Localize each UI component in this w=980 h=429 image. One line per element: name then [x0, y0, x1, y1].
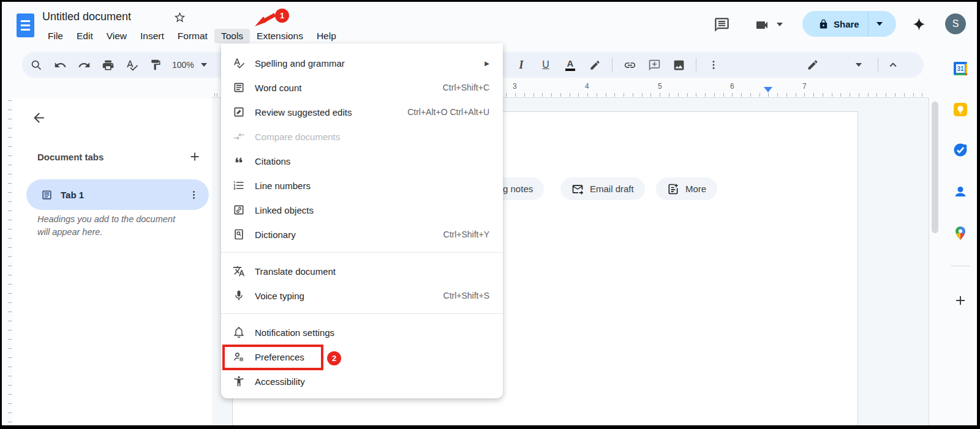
search-menus-icon[interactable]	[29, 58, 43, 72]
review-edits-icon	[232, 106, 246, 118]
underline-icon[interactable]: U	[538, 58, 553, 72]
google-keep-icon[interactable]	[952, 102, 968, 118]
bell-icon	[232, 326, 246, 338]
indent-marker-icon[interactable]	[764, 87, 772, 92]
google-tasks-icon[interactable]	[952, 142, 968, 158]
insert-link-icon[interactable]	[622, 58, 637, 72]
editing-mode-pencil-icon[interactable]	[805, 58, 820, 72]
menu-shortcut: Ctrl+Shift+Y	[443, 229, 489, 239]
zoom-value[interactable]: 100%	[172, 60, 194, 70]
comment-history-icon[interactable]	[714, 17, 730, 33]
menu-format[interactable]: Format	[171, 29, 214, 43]
menu-item-accessibility[interactable]: Accessibility	[221, 369, 503, 394]
menu-item-translate-document[interactable]: Translate document	[221, 259, 503, 283]
menu-separator	[221, 308, 503, 320]
menu-shortcut: Ctrl+Alt+O Ctrl+Alt+U	[407, 107, 489, 117]
spellcheck-icon[interactable]	[124, 58, 139, 72]
video-call-dropdown-icon[interactable]	[777, 23, 783, 26]
menu-item-spelling-and-grammar[interactable]: Spelling and grammar ▶	[221, 51, 503, 75]
tab-item-tab1[interactable]: Tab 1	[26, 179, 209, 210]
menu-item-label: Citations	[255, 156, 290, 166]
docs-logo-icon[interactable]	[17, 13, 34, 37]
close-panel-back-icon[interactable]	[31, 110, 47, 125]
menu-item-review-suggested-edits[interactable]: Review suggested edits Ctrl+Alt+O Ctrl+A…	[221, 100, 503, 124]
google-calendar-icon[interactable]: 31	[952, 61, 968, 76]
toolbar-divider	[612, 58, 612, 72]
text-color-icon[interactable]: A	[563, 58, 578, 72]
email-draft-chip[interactable]: Email draft	[560, 177, 645, 200]
zoom-dropdown-icon[interactable]	[201, 63, 207, 67]
menu-separator	[221, 247, 503, 259]
annotation-step-2-badge: 2	[327, 351, 341, 365]
spellcheck-icon	[232, 57, 246, 69]
ruler-number: 5	[658, 82, 662, 91]
account-avatar[interactable]: S	[945, 13, 966, 34]
menu-file[interactable]: File	[41, 29, 70, 43]
document-title[interactable]: Untitled document	[42, 10, 131, 23]
chip-label: More	[685, 184, 706, 194]
undo-icon[interactable]	[53, 58, 67, 72]
menu-item-voice-typing[interactable]: Voice typing Ctrl+Shift+S	[221, 283, 503, 308]
word-count-icon	[232, 81, 246, 94]
star-outline-icon[interactable]	[173, 11, 186, 24]
share-button[interactable]: Share	[802, 11, 896, 37]
citations-icon	[232, 155, 246, 166]
menu-item-citations[interactable]: Citations	[221, 149, 503, 173]
add-comment-icon[interactable]	[647, 58, 662, 72]
get-addons-icon[interactable]	[953, 293, 969, 309]
menu-item-line-numbers[interactable]: Line numbers	[221, 173, 503, 198]
italic-icon[interactable]: I	[514, 58, 529, 72]
svg-text:31: 31	[957, 65, 964, 72]
google-contacts-icon[interactable]	[952, 184, 968, 200]
menu-item-linked-objects[interactable]: Linked objects	[221, 198, 503, 222]
menu-item-label: Linked objects	[255, 205, 314, 215]
vertical-scrollbar[interactable]	[932, 102, 938, 233]
menu-item-label: Translate document	[255, 266, 336, 277]
editing-mode-dropdown-icon[interactable]	[856, 63, 862, 67]
tab-options-icon[interactable]	[189, 189, 199, 201]
share-dropdown-icon[interactable]	[876, 22, 883, 26]
toolbar-right-group	[805, 52, 900, 78]
highlight-color-icon[interactable]	[587, 58, 602, 72]
menu-insert[interactable]: Insert	[134, 29, 171, 43]
doc-plus-icon	[667, 183, 679, 195]
menu-tools[interactable]: Tools	[214, 29, 250, 43]
toolbar-divider	[696, 58, 696, 72]
gemini-sparkle-icon[interactable]	[912, 17, 926, 31]
google-maps-icon[interactable]	[952, 225, 968, 241]
more-building-blocks-chip[interactable]: More	[656, 177, 717, 200]
more-options-icon[interactable]	[706, 58, 721, 72]
ruler-number: 4	[585, 82, 589, 91]
redo-icon[interactable]	[77, 58, 91, 72]
menu-item-label: Compare documents	[255, 132, 340, 142]
translate-icon	[232, 265, 246, 277]
dictionary-icon	[232, 228, 246, 241]
toolbar-divider	[878, 58, 878, 72]
compare-documents-icon	[232, 130, 246, 143]
menu-edit[interactable]: Edit	[70, 29, 100, 43]
ruler-number: 7	[802, 82, 807, 91]
toolbar-left-group: 100%	[29, 52, 207, 78]
menu-view[interactable]: View	[100, 29, 134, 43]
tools-dropdown-menu: Spelling and grammar ▶ Word count Ctrl+S…	[221, 43, 503, 398]
print-icon[interactable]	[100, 58, 115, 72]
submenu-arrow-icon: ▶	[484, 60, 489, 67]
email-draft-icon	[571, 183, 584, 195]
menu-item-word-count[interactable]: Word count Ctrl+Shift+C	[221, 75, 503, 100]
side-panel-divider	[929, 98, 929, 425]
menu-help[interactable]: Help	[310, 29, 343, 43]
paint-format-icon[interactable]	[148, 58, 163, 72]
add-tab-icon[interactable]	[188, 150, 202, 163]
menu-item-dictionary[interactable]: Dictionary Ctrl+Shift+Y	[221, 222, 503, 247]
toolbar-mid-group: I U A	[514, 52, 721, 78]
menu-extensions[interactable]: Extensions	[250, 29, 310, 43]
rail-divider	[951, 266, 970, 266]
menu-item-label: Dictionary	[255, 229, 296, 240]
annotation-arrow-icon	[253, 11, 279, 28]
hide-menus-chevron-icon[interactable]	[886, 58, 900, 72]
menu-item-label: Accessibility	[255, 376, 305, 387]
insert-image-icon[interactable]	[671, 58, 686, 72]
tabs-panel-title: Document tabs	[37, 152, 104, 162]
menu-item-notification-settings[interactable]: Notification settings	[221, 320, 503, 345]
video-call-icon[interactable]	[754, 18, 770, 32]
